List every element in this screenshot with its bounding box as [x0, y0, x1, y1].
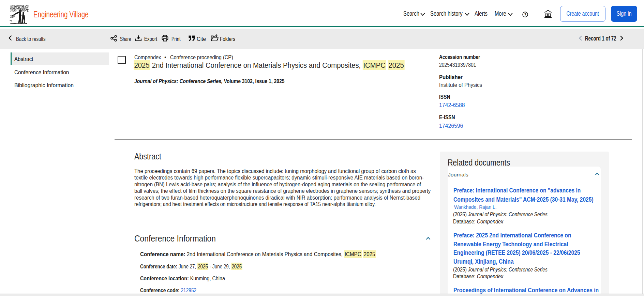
- svg-text:?: ?: [524, 13, 526, 17]
